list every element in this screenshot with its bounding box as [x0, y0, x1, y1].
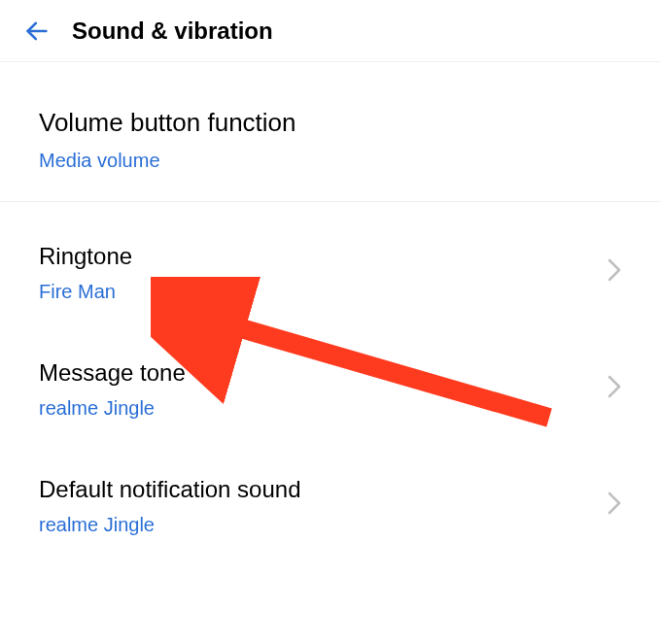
chevron-right-icon [607, 374, 622, 403]
chevron-right-icon [607, 257, 622, 287]
message-tone-text: Message tone realme Jingle [39, 357, 186, 420]
message-tone-value: realme Jingle [39, 397, 186, 420]
message-tone-title: Message tone [39, 357, 186, 388]
message-tone-item[interactable]: Message tone realme Jingle [0, 330, 661, 447]
content: Volume button function Media volume Ring… [0, 62, 661, 563]
ringtone-value: Fire Man [39, 281, 132, 303]
default-notification-item[interactable]: Default notification sound realme Jingle [0, 447, 661, 563]
header: Sound & vibration [0, 0, 661, 62]
chevron-right-icon [607, 491, 622, 520]
ringtone-text: Ringtone Fire Man [39, 241, 132, 303]
back-button[interactable] [17, 12, 56, 51]
back-arrow-icon [23, 17, 51, 45]
default-notification-value: realme Jingle [39, 514, 301, 536]
default-notification-text: Default notification sound realme Jingle [39, 474, 301, 536]
volume-button-value: Media volume [39, 150, 622, 172]
page-title: Sound & vibration [72, 17, 273, 45]
ringtone-title: Ringtone [39, 241, 132, 271]
ringtone-item[interactable]: Ringtone Fire Man [0, 202, 661, 330]
volume-button-function-item[interactable]: Volume button function Media volume [0, 62, 661, 202]
default-notification-title: Default notification sound [39, 474, 301, 504]
volume-button-title: Volume button function [39, 107, 622, 140]
